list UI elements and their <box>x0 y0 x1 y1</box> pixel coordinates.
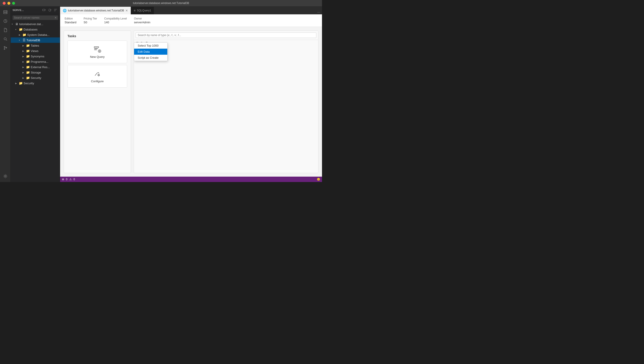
activity-server[interactable] <box>1 8 10 16</box>
tree-arrow-databases: ▾ <box>15 28 19 31</box>
activity-bar-bottom <box>1 172 10 182</box>
folder-icon-external: 📁 <box>26 65 30 69</box>
db-info-panel: Edition Standard Pricing Tier S0 Compati… <box>60 14 322 27</box>
tree-arrow-security: ▶ <box>15 82 19 84</box>
sidebar-new-connection[interactable] <box>42 8 47 12</box>
tree-label-server: tutorialserver.dat... <box>19 22 43 26</box>
tree-item-views[interactable]: ▶ 📁 Views <box>11 48 60 54</box>
tree-label-security: Security <box>24 82 34 85</box>
tree-label-databases: Databases <box>24 28 38 31</box>
svg-rect-10 <box>43 9 45 11</box>
activity-search[interactable] <box>1 35 10 43</box>
tree-item-programmability[interactable]: ▶ 📁 Programma... <box>11 59 60 64</box>
sidebar-collapse[interactable] <box>53 8 58 12</box>
sidebar-header: SERVE... <box>11 6 60 14</box>
titlebar: tutorialserver.database.windows.net:Tuto… <box>0 0 322 6</box>
tree-label-tutorialdb: TutorialDB <box>27 38 40 42</box>
database-icon-tutorialdb: 🗄 <box>23 38 26 42</box>
tree-item-security-sub[interactable]: ▶ 📁 Security <box>11 75 60 80</box>
error-icon: ⊗ <box>62 178 64 181</box>
search-input[interactable] <box>14 16 55 19</box>
tree-arrow-views: ▶ <box>23 50 26 52</box>
tab-db[interactable]: 🌐 tutorialserver.database.windows.net:Tu… <box>60 7 131 14</box>
svg-rect-13 <box>94 50 97 50</box>
folder-icon-synonyms: 📁 <box>26 54 30 58</box>
svg-point-9 <box>5 176 6 177</box>
tree-arrow-sysdb: ▶ <box>19 34 23 36</box>
context-menu: Select Top 1000 Edit Data Script as Crea… <box>134 42 168 61</box>
tasks-panel: Tasks New Query <box>64 30 131 173</box>
error-count: 0 <box>66 178 68 181</box>
tree-item-sysdb[interactable]: ▶ 📁 System Databa... <box>11 32 60 38</box>
tasks-title: Tasks <box>68 34 127 38</box>
warning-icon: ⚠ <box>69 178 72 181</box>
new-query-icon <box>93 45 101 53</box>
db-info-edition-label: Edition <box>65 17 77 20</box>
context-menu-edit-data[interactable]: Edit Data <box>134 49 167 55</box>
close-button[interactable] <box>3 2 6 5</box>
folder-icon-databases: 📁 <box>19 28 23 31</box>
tab-db-close[interactable]: ✕ <box>125 9 128 12</box>
folder-icon-storage: 📁 <box>26 70 30 74</box>
panels-area: Tasks New Query <box>60 27 322 176</box>
db-info-edition: Edition Standard <box>65 17 77 24</box>
svg-point-3 <box>7 13 7 13</box>
traffic-lights <box>3 2 15 5</box>
tree-arrow-security-sub: ▶ <box>23 77 26 79</box>
table-panel: ⊞ dbo.Cu Select Top 1000 Edit Data Scrip… <box>134 30 318 173</box>
folder-icon-security-sub: 📁 <box>26 76 30 80</box>
new-query-label: New Query <box>90 55 105 58</box>
context-menu-select-top[interactable]: Select Top 1000 <box>134 42 167 49</box>
tree-item-tables[interactable]: ▶ 📁 Tables <box>11 43 60 48</box>
svg-rect-11 <box>94 46 99 48</box>
table-search-input[interactable] <box>136 32 316 38</box>
search-clear-icon[interactable]: ✕ <box>55 16 57 19</box>
minimize-button[interactable] <box>8 2 10 5</box>
main-content: 🌐 tutorialserver.database.windows.net:Tu… <box>60 6 322 182</box>
maximize-button[interactable] <box>12 2 15 5</box>
db-info-pricing: Pricing Tier S0 <box>84 17 97 24</box>
tree-item-storage[interactable]: ▶ 📁 Storage <box>11 70 60 75</box>
sidebar: SERVE... <box>11 6 60 182</box>
svg-point-2 <box>7 11 7 12</box>
svg-rect-12 <box>94 48 98 49</box>
tree-item-synonyms[interactable]: ▶ 📁 Synonyms <box>11 54 60 59</box>
tree-item-tutorialdb[interactable]: ▾ 🗄 TutorialDB <box>11 38 60 43</box>
sidebar-refresh[interactable] <box>47 8 52 12</box>
tree-label-views: Views <box>31 49 38 53</box>
tree-arrow-programmability: ▶ <box>23 60 26 63</box>
tree-label-sysdb: System Databa... <box>27 33 50 36</box>
activity-git[interactable] <box>1 44 10 52</box>
tab-db-label: tutorialserver.database.windows.net:Tuto… <box>68 9 124 12</box>
db-info-compat-label: Compatibility Level <box>104 17 127 20</box>
tree-item-external[interactable]: ▶ 📁 External Res... <box>11 64 60 70</box>
context-menu-script-create[interactable]: Script as Create <box>134 55 167 61</box>
new-query-card[interactable]: New Query <box>68 40 127 63</box>
warning-count: 0 <box>74 178 75 181</box>
activity-file[interactable] <box>1 26 10 34</box>
tree-arrow-external: ▶ <box>23 66 26 68</box>
tree-item-security[interactable]: ▶ 📁 Security <box>11 80 60 86</box>
tree-label-security-sub: Security <box>31 76 41 80</box>
activity-history[interactable] <box>1 17 10 25</box>
db-info-compat-value: 140 <box>104 20 127 24</box>
tree-label-storage: Storage <box>31 71 41 74</box>
sidebar-tree: ▾ 🖥 tutorialserver.dat... ▾ 📁 Databases … <box>11 21 60 182</box>
folder-icon-sysdb: 📁 <box>23 33 26 36</box>
activity-settings[interactable] <box>1 172 10 180</box>
window-title: tutorialserver.database.windows.net:Tuto… <box>133 2 189 5</box>
tab-query[interactable]: ≡ SQLQuery1 <box>131 7 154 14</box>
db-info-pricing-label: Pricing Tier <box>84 17 97 20</box>
tab-more-button[interactable]: ··· <box>315 10 322 14</box>
tree-item-server[interactable]: ▾ 🖥 tutorialserver.dat... <box>11 21 60 27</box>
content-area: Edition Standard Pricing Tier S0 Compati… <box>60 14 322 176</box>
tab-query-label: SQLQuery1 <box>137 9 151 12</box>
tab-db-icon: 🌐 <box>63 9 67 12</box>
tree-item-databases[interactable]: ▾ 📁 Databases <box>11 27 60 32</box>
configure-card[interactable]: Configure <box>68 65 127 88</box>
db-info-owner: Owner serverAdmin <box>134 17 151 24</box>
folder-icon-tables: 📁 <box>26 44 30 47</box>
tree-label-synonyms: Synonyms <box>31 55 45 58</box>
tree-arrow-server: ▾ <box>12 23 15 25</box>
table-search-bar <box>134 31 318 40</box>
